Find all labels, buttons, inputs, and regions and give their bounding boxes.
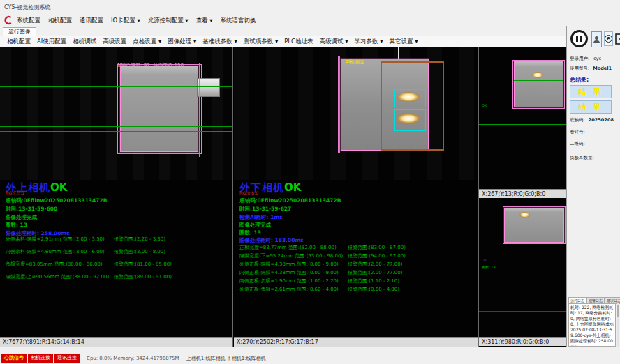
small-top-pixel-caption: X:267;Y:13;R:0;G:0;B:0 xyxy=(479,189,566,198)
menu-item-io-card-config[interactable]: IO卡配置 ▾ xyxy=(111,17,140,25)
green-measure-line xyxy=(234,84,341,84)
qrcode-label: 二维码: xyxy=(570,141,585,147)
main-image-area: N轴位隔膜: 93. 外壳内值:150 外上相机OK NG汇总:1 底轴码:0F… xyxy=(0,47,566,347)
toolbar-camera-debug[interactable]: 相机调试 xyxy=(73,38,96,46)
measurement-row: 内侧正极-负极=1.90mm 范围:(1.00 - 2.20) 报警范围:(1.… xyxy=(239,278,474,285)
alarm-range: 报警范围:(1.10 - 2.10) xyxy=(348,278,399,285)
middle-camera-image[interactable]: AI检测区 xyxy=(234,47,478,180)
measurement-row: 正极宽度=83.77mm 范围:(82.00 - 88.00) 报警范围:(83… xyxy=(239,244,474,251)
bright-tab-spot xyxy=(397,114,420,123)
separator-edge-block xyxy=(120,66,198,152)
measurement-text: 隔膜宽度-上=90.56mm 范围:(88.00 - 92.00) xyxy=(6,274,109,280)
middle-time-line: 时间:13-31-59-627 xyxy=(239,206,291,213)
window-title: CYS-视觉检测系统 xyxy=(0,0,620,15)
alarm-range: 报警范围:(2.00 - 77.00) xyxy=(348,261,402,268)
middle-done-line: 图像处理完成 xyxy=(239,222,271,229)
toolbar-ai-usage-config[interactable]: AI使用配置 xyxy=(37,38,66,46)
toolbar-other-settings[interactable]: 其它设置 ▾ xyxy=(389,38,418,46)
toolbar-baseline-params[interactable]: 基准线参数 ▾ xyxy=(202,38,237,46)
result-box-bottom: 结 果 xyxy=(570,100,612,114)
left-camera-ok-status: OK xyxy=(50,181,67,194)
left-turns-line: 圈数: 13 xyxy=(6,222,27,229)
middle-ng-note: NG:0;B:0 xyxy=(239,190,258,195)
barcode-label: 底轴码: 20250208 xyxy=(570,117,614,123)
menu-item-system-config[interactable]: 系统配置 xyxy=(17,17,40,25)
green-measure-line xyxy=(234,89,341,89)
green-measure-line xyxy=(479,130,566,130)
magenta-edge-line xyxy=(199,63,200,157)
tab-run-image[interactable]: 运行图像 xyxy=(3,27,36,36)
measurement-row: 外侧正极-隔膜=4.38mm 范围:(0.00 - 9.00) 报警范围:(2.… xyxy=(239,261,474,268)
camera-type-status: 上相机1:线阵相机 下相机1:线阵相机 xyxy=(186,355,266,362)
middle-pixel-caption: X:270;Y:2502;R:17;G:17;B:17 xyxy=(234,337,478,347)
left-pixel-caption: X:7677;Y:891;R:14;G:14;B:14 xyxy=(0,337,232,347)
toolbar-image-processing[interactable]: 图像处理 ▾ xyxy=(168,38,196,46)
login-user-label: 登录用户: cys xyxy=(570,56,601,62)
tab-strip: 运行图像 xyxy=(0,26,566,37)
comm-link-status-badge: 通讯连接 xyxy=(54,354,80,363)
measurement-row: 外侧余料-隔膜=2.91mm 范围:(2.00 - 3.50) 报警范围:(2.… xyxy=(6,236,229,243)
alarm-range: 报警范围:(3.00 - 8.00) xyxy=(114,248,165,255)
green-measure-line xyxy=(0,126,232,127)
alarm-range: 报警范围:(2.20 - 3.30) xyxy=(114,236,165,243)
magenta-edge-line xyxy=(119,63,119,157)
pause-button[interactable] xyxy=(570,30,588,47)
alarm-range: 报警范围:(2.00 - 77.00) xyxy=(348,269,402,276)
left-camera-image[interactable]: N轴位隔膜: 93. 外壳内值:150 xyxy=(0,47,232,180)
bright-tab-spot xyxy=(532,72,543,78)
middle-ai-elapsed-line: 检测AI耗时: 1ms xyxy=(239,214,283,221)
menu-item-comm-config[interactable]: 通讯配置 xyxy=(80,17,103,25)
log-text-area[interactable]: 耗时: 222, 网络检测耗时: 17, 网络分类耗时: 0, 网络提取分区耗时… xyxy=(568,303,616,347)
left-camera-view[interactable]: N轴位隔膜: 93. 外壳内值:150 外上相机OK NG汇总:1 底轴码:0F… xyxy=(0,47,233,347)
menu-item-light-control-config[interactable]: 光源控制配置 ▾ xyxy=(148,17,189,25)
small-bottom-mini-text: 圈数: 13 xyxy=(482,265,496,269)
measurement-text: 隔膜宽度-下=95.24mm 范围:(93.00 - 98.00) xyxy=(239,253,343,259)
toolbar-spot-check-settings[interactable]: 点检设置 ▾ xyxy=(133,38,161,46)
left-barcode-line: 底轴码:0Ffiinw2025020813313472B xyxy=(6,197,107,204)
toolbar-advanced-debug[interactable]: 高级调试 ▾ xyxy=(320,38,348,46)
measurement-text: 外侧余料-隔膜=2.91mm 范围:(2.00 - 3.50) xyxy=(6,236,105,242)
menu-item-view[interactable]: 查看 ▾ xyxy=(196,17,213,25)
ai-zone-label: AI检测区 xyxy=(345,59,364,66)
letter-e-button[interactable]: e xyxy=(604,31,613,46)
small-bottom-image[interactable]: OK 圈数: 13 xyxy=(479,198,566,337)
middle-camera-view[interactable]: AI检测区 外下相机OK NG:0;B:0 底轴码:0Ffiinw2025020… xyxy=(234,47,479,347)
user-login-button[interactable] xyxy=(591,31,602,47)
green-measure-line xyxy=(234,130,341,130)
measurement-text: 负极宽度=83.05mm 范围:(80.00 - 86.00) xyxy=(6,261,103,267)
toolbar: 相机配置 AI使用配置 相机调试 高级设置 点检设置 ▾ 图像处理 ▾ 基准线参… xyxy=(0,36,566,47)
toolbar-plc-address-table[interactable]: PLC地址表 xyxy=(284,38,313,46)
pause-icon xyxy=(576,36,578,42)
small-top-image[interactable]: OK xyxy=(479,47,566,189)
alarm-range: 报警范围:(89.00 - 91.00) xyxy=(114,273,172,280)
log-scrollbar[interactable] xyxy=(617,303,619,347)
bright-tab-spot xyxy=(397,92,420,102)
alarm-range: 报警范围:(0.60 - 4.00) xyxy=(348,286,399,293)
yellow-reference-line xyxy=(0,61,232,61)
toolbar-learning-params[interactable]: 学习参数 ▾ xyxy=(354,38,383,46)
status-bar: 心跳信号 相机连接 通讯连接 Cpu: 0.0% Memory: 3424.41… xyxy=(0,351,620,364)
electrode-edge-block xyxy=(504,208,564,243)
log-scrollbar-thumb[interactable] xyxy=(617,305,619,317)
toolbar-camera-config[interactable]: 相机配置 xyxy=(7,38,31,46)
toolbar-advanced-settings[interactable]: 高级设置 xyxy=(103,38,126,46)
magenta-edge-line xyxy=(339,56,340,153)
toolbar-test-item-params[interactable]: 测试项参数 ▾ xyxy=(244,38,278,46)
small-top-mini-text: OK xyxy=(482,103,487,107)
small-top-camera-view[interactable]: OK X:267;Y:13;R:0;G:0;B:0 xyxy=(479,47,566,198)
green-measure-line xyxy=(0,86,232,87)
menu-item-camera-config[interactable]: 相机配置 xyxy=(48,17,72,25)
letter-e-icon: e xyxy=(605,35,612,43)
menu-item-language-switch[interactable]: 系统语言切换 xyxy=(221,17,256,25)
separator-edge-block xyxy=(514,61,563,107)
login-user-value: cys xyxy=(593,56,601,61)
exit-door-icon xyxy=(615,33,620,45)
alarm-range: 报警范围:(81.00 - 85.00) xyxy=(114,261,172,268)
middle-camera-ok-status: OK xyxy=(284,181,301,194)
measurement-text: 内侧正极-负极=1.90mm 范围:(1.00 - 2.20) xyxy=(239,278,339,284)
cpu-memory-status: Cpu: 0.0% Memory: 3424.41796875M xyxy=(87,356,179,361)
green-measure-line xyxy=(514,98,563,98)
exit-button[interactable] xyxy=(615,31,620,46)
small-bottom-camera-view[interactable]: OK 圈数: 13 X:311;Y:980;R:0;G:0;B:0 xyxy=(479,198,566,347)
green-measure-line xyxy=(479,311,566,312)
